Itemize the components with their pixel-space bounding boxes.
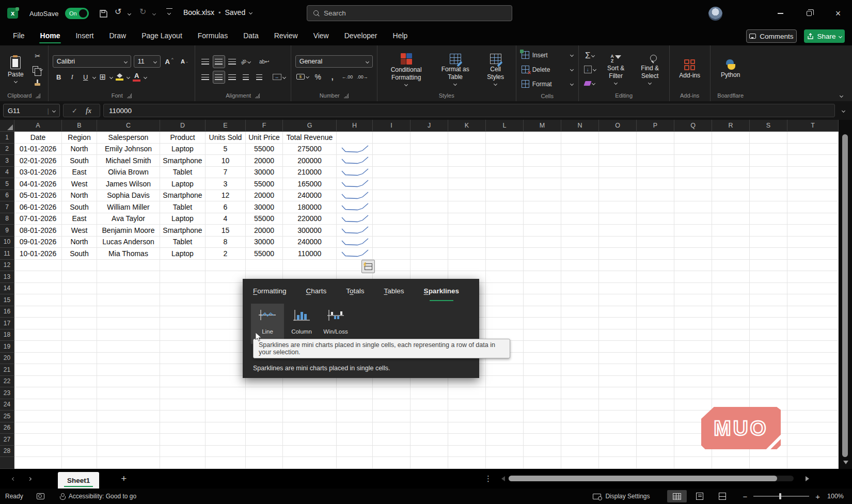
cell-Q4[interactable] xyxy=(674,167,712,179)
cell-P21[interactable] xyxy=(637,364,674,376)
cell-T7[interactable] xyxy=(787,201,839,213)
cell-R11[interactable] xyxy=(712,248,750,260)
sparkline-cell-H4[interactable] xyxy=(337,167,373,179)
cell-M19[interactable] xyxy=(524,341,561,353)
cell-L28[interactable] xyxy=(486,446,524,458)
wrap-text-button[interactable]: ab↩ xyxy=(258,55,271,68)
cell-G9[interactable]: 300000 xyxy=(283,225,337,237)
cell-E7[interactable]: 6 xyxy=(206,201,246,213)
cell-M12[interactable] xyxy=(524,260,561,272)
cell-L9[interactable] xyxy=(486,225,524,237)
cell-M3[interactable] xyxy=(524,155,561,167)
qa-tab-charts[interactable]: Charts xyxy=(306,287,327,300)
cell-L27[interactable] xyxy=(486,434,524,446)
cell-L12[interactable] xyxy=(486,260,524,272)
alignment-dialog-launcher[interactable] xyxy=(255,93,260,98)
cell-G26[interactable] xyxy=(283,422,337,434)
cell-T29[interactable] xyxy=(787,457,839,469)
cell-L4[interactable] xyxy=(486,167,524,179)
undo-dropdown-icon[interactable] xyxy=(128,12,131,15)
cell-D15[interactable] xyxy=(160,294,206,306)
cell-E9[interactable]: 15 xyxy=(206,225,246,237)
clipboard-dialog-launcher[interactable] xyxy=(36,93,40,98)
menu-tab-developer[interactable]: Developer xyxy=(343,28,378,44)
cell-B28[interactable] xyxy=(62,446,97,458)
cell-D5[interactable]: Laptop xyxy=(160,178,206,190)
cell-F9[interactable]: 20000 xyxy=(246,225,283,237)
cell-Q19[interactable] xyxy=(674,341,712,353)
close-button[interactable]: × xyxy=(830,6,846,21)
sparkline-cell-H9[interactable] xyxy=(337,225,373,237)
cell-F5[interactable]: 55000 xyxy=(246,178,283,190)
cell-J5[interactable] xyxy=(411,178,448,190)
cell-C8[interactable]: Ava Taylor xyxy=(97,213,160,225)
cell-R3[interactable] xyxy=(712,155,750,167)
cell-C4[interactable]: Olivia Brown xyxy=(97,167,160,179)
cell-S8[interactable] xyxy=(750,213,787,225)
cell-C25[interactable] xyxy=(97,411,160,422)
cell-C10[interactable]: Lucas Anderson xyxy=(97,237,160,248)
font-color-button[interactable]: A xyxy=(131,71,143,84)
cell-D22[interactable] xyxy=(160,376,206,388)
orientation-button[interactable]: ab xyxy=(240,55,252,68)
cell-A13[interactable] xyxy=(14,271,62,283)
cell-Q10[interactable] xyxy=(674,237,712,248)
cell-S9[interactable] xyxy=(750,225,787,237)
cell-N5[interactable] xyxy=(561,178,599,190)
cell-K11[interactable] xyxy=(448,248,486,260)
cell-N7[interactable] xyxy=(561,201,599,213)
row-header-5[interactable]: 5 xyxy=(0,178,14,190)
cell-P17[interactable] xyxy=(637,318,674,329)
column-header-L[interactable]: L xyxy=(486,120,524,132)
cell-G10[interactable]: 240000 xyxy=(283,237,337,248)
cell-B17[interactable] xyxy=(62,318,97,329)
cell-O1[interactable] xyxy=(599,132,637,144)
qa-option-win-loss[interactable]: Win/Loss xyxy=(319,304,352,344)
cell-N8[interactable] xyxy=(561,213,599,225)
cell-J2[interactable] xyxy=(411,144,448,155)
cell-C29[interactable] xyxy=(97,457,160,469)
cell-F24[interactable] xyxy=(246,399,283,411)
cell-I11[interactable] xyxy=(373,248,411,260)
cell-C18[interactable] xyxy=(97,329,160,341)
cell-A18[interactable] xyxy=(14,329,62,341)
cell-M8[interactable] xyxy=(524,213,561,225)
row-header-10[interactable]: 10 xyxy=(0,237,14,248)
cell-O20[interactable] xyxy=(599,353,637,365)
cell-A5[interactable]: 04-01-2026 xyxy=(14,178,62,190)
cell-E20[interactable] xyxy=(206,353,246,365)
cell-M6[interactable] xyxy=(524,190,561,202)
cell-C3[interactable]: Michael Smith xyxy=(97,155,160,167)
cell-G6[interactable]: 240000 xyxy=(283,190,337,202)
increase-indent-button[interactable] xyxy=(253,71,265,84)
cell-T2[interactable] xyxy=(787,144,839,155)
cell-L2[interactable] xyxy=(486,144,524,155)
cell-L7[interactable] xyxy=(486,201,524,213)
cell-R23[interactable] xyxy=(712,387,750,399)
cell-N26[interactable] xyxy=(561,422,599,434)
cell-D7[interactable]: Tablet xyxy=(160,201,206,213)
cell-P10[interactable] xyxy=(637,237,674,248)
cell-R1[interactable] xyxy=(712,132,750,144)
cell-T12[interactable] xyxy=(787,260,839,272)
row-header-15[interactable]: 15 xyxy=(0,294,14,306)
cell-B16[interactable] xyxy=(62,306,97,318)
conditional-formatting-button[interactable]: Conditional Formatting xyxy=(382,49,431,90)
share-button[interactable]: Share xyxy=(804,29,845,43)
cell-G2[interactable]: 275000 xyxy=(283,144,337,155)
row-header-8[interactable]: 8 xyxy=(0,213,14,225)
cell-S1[interactable] xyxy=(750,132,787,144)
cell-F4[interactable]: 30000 xyxy=(246,167,283,179)
cell-A14[interactable] xyxy=(14,283,62,295)
autosum-button[interactable]: Σ xyxy=(583,49,597,62)
cell-F29[interactable] xyxy=(246,457,283,469)
cell-M20[interactable] xyxy=(524,353,561,365)
cell-F3[interactable]: 20000 xyxy=(246,155,283,167)
cell-O15[interactable] xyxy=(599,294,637,306)
cell-I29[interactable] xyxy=(373,457,411,469)
cell-L11[interactable] xyxy=(486,248,524,260)
cell-O18[interactable] xyxy=(599,329,637,341)
name-box[interactable]: G11 | xyxy=(3,104,60,117)
cell-G7[interactable]: 180000 xyxy=(283,201,337,213)
cell-T17[interactable] xyxy=(787,318,839,329)
